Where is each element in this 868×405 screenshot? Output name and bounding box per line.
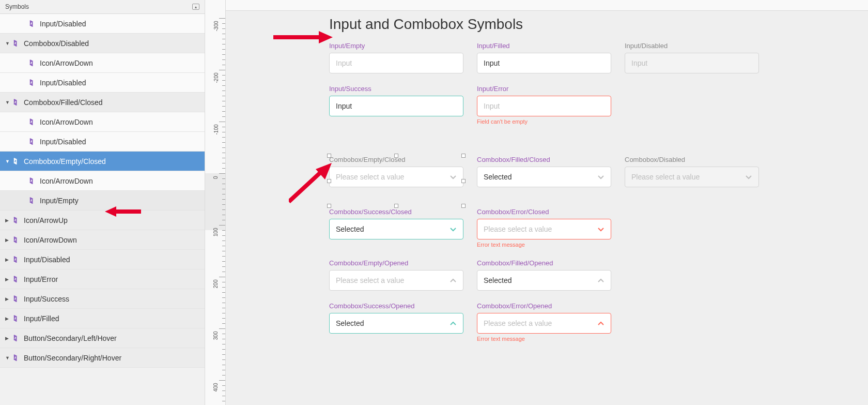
combobox-filled-closed[interactable]: Selected: [477, 167, 611, 187]
combobox-empty-opened[interactable]: Please select a value: [329, 270, 463, 291]
layer-row[interactable]: ▼Combobox/Empty/Closed: [0, 152, 205, 171]
page-title: Input and Combobox Symbols: [329, 16, 868, 33]
symbol-label: Combobox/Filled/Opened: [477, 259, 611, 267]
symbol-icon: [28, 79, 40, 86]
combobox-empty-closed[interactable]: Please select a value: [329, 167, 463, 187]
ruler-tick-label: 100: [213, 228, 219, 237]
chevron-down-icon: [597, 173, 605, 181]
layer-label: Input/Filled: [24, 314, 59, 323]
ruler-tick-label: 400: [213, 383, 219, 392]
selection-handle[interactable]: [461, 179, 466, 183]
symbol-icon: [12, 354, 24, 362]
input-error[interactable]: Input: [477, 96, 611, 116]
selection-handle[interactable]: [461, 154, 466, 158]
symbol-label: Input/Success: [329, 85, 463, 93]
symbol-icon: [12, 275, 24, 283]
combobox-error-closed[interactable]: Please select a value: [477, 219, 611, 239]
layer-label: Icon/ArrowUp: [24, 216, 68, 224]
disclosure-caret-icon[interactable]: ▶: [5, 257, 12, 262]
layer-row[interactable]: ▶Input/Filled: [0, 309, 205, 328]
symbol-label: Input/Filled: [477, 42, 611, 50]
chevron-down-icon: [745, 173, 752, 181]
disclosure-caret-icon[interactable]: ▶: [5, 316, 12, 321]
disclosure-caret-icon[interactable]: ▼: [5, 100, 12, 105]
symbol-label: Combobox/Success/Opened: [329, 302, 463, 310]
error-text: Error text message: [477, 336, 611, 342]
symbol-icon: [12, 295, 24, 303]
symbol-label: Combobox/Empty/Opened: [329, 259, 463, 267]
combobox-error-opened[interactable]: Please select a value: [477, 313, 611, 334]
symbol-label: Combobox/Error/Opened: [477, 302, 611, 310]
layer-row[interactable]: Icon/ArrowDown: [0, 171, 205, 191]
combobox-filled-opened[interactable]: Selected: [477, 270, 611, 291]
layer-row[interactable]: Icon/ArrowDown: [0, 53, 205, 73]
layer-label: Icon/ArrowDown: [24, 236, 77, 244]
layer-label: Icon/ArrowDown: [40, 177, 93, 185]
symbol-icon: [12, 39, 24, 47]
symbol-icon: [28, 197, 40, 204]
symbol-label: Input/Disabled: [625, 42, 759, 50]
combobox-success-closed[interactable]: Selected: [329, 219, 463, 239]
layer-label: Button/Secondary/Left/Hover: [24, 334, 117, 342]
symbol-icon: [28, 20, 40, 27]
selection-handle[interactable]: [394, 204, 398, 208]
chevron-up-icon: [450, 277, 457, 284]
disclosure-caret-icon[interactable]: ▶: [5, 277, 12, 282]
layer-label: Combobox/Filled/Closed: [24, 98, 103, 107]
disclosure-caret-icon[interactable]: ▼: [5, 355, 12, 361]
selection-handle[interactable]: [394, 154, 398, 158]
layer-row[interactable]: ▶Icon/ArrowDown: [0, 230, 205, 250]
disclosure-caret-icon[interactable]: ▼: [5, 41, 12, 46]
combobox-disabled: Please select a value: [625, 167, 759, 187]
combobox-success-opened[interactable]: Selected: [329, 313, 463, 334]
symbol-icon: [28, 177, 40, 185]
horizontal-ruler: [226, 0, 868, 11]
layer-row[interactable]: ▶Icon/ArrowUp: [0, 211, 205, 230]
vertical-ruler: -300-200-1000100200300400: [205, 0, 226, 405]
symbol-icon: [12, 157, 24, 165]
disclosure-caret-icon[interactable]: ▶: [5, 237, 12, 243]
ruler-tick-label: 0: [213, 176, 219, 179]
disclosure-caret-icon[interactable]: ▶: [5, 218, 12, 223]
canvas[interactable]: Input and Combobox Symbols Input/Empty I…: [226, 0, 868, 405]
layer-row[interactable]: ▼Combobox/Disabled: [0, 34, 205, 53]
collapse-panel-icon[interactable]: [192, 4, 199, 10]
layer-row[interactable]: Icon/ArrowDown: [0, 112, 205, 132]
input-success[interactable]: Input: [329, 96, 463, 116]
input-disabled: Input: [625, 53, 759, 73]
layer-row[interactable]: ▼Button/Secondary/Right/Hover: [0, 348, 205, 368]
selection-handle[interactable]: [461, 204, 466, 208]
layer-row[interactable]: Input/Disabled: [0, 14, 205, 34]
layer-row[interactable]: ▶Input/Error: [0, 269, 205, 289]
layer-row[interactable]: Input/Disabled: [0, 73, 205, 93]
symbol-label: Combobox/Error/Closed: [477, 208, 611, 216]
layer-label: Input/Error: [24, 275, 58, 283]
selection-handle[interactable]: [327, 204, 331, 208]
layer-row[interactable]: ▼Combobox/Filled/Closed: [0, 93, 205, 112]
disclosure-caret-icon[interactable]: ▶: [5, 336, 12, 341]
layer-label: Button/Secondary/Right/Hover: [24, 354, 121, 362]
ruler-tick-label: 300: [213, 332, 219, 340]
ruler-tick-label: -300: [213, 21, 219, 32]
layer-row[interactable]: ▶Input/Success: [0, 289, 205, 309]
svg-marker-3: [319, 31, 333, 43]
symbol-icon: [12, 98, 24, 106]
symbol-label: Input/Error: [477, 85, 611, 93]
error-text: Field can't be empty: [477, 118, 611, 125]
selection-handle[interactable]: [327, 154, 331, 158]
layer-row[interactable]: Input/Empty: [0, 191, 205, 211]
symbol-icon: [12, 256, 24, 263]
input-empty[interactable]: Input: [329, 53, 463, 73]
input-filled[interactable]: Input: [477, 53, 611, 73]
ruler-tick-label: -100: [213, 125, 219, 135]
svg-line-4: [289, 171, 322, 202]
layer-row[interactable]: ▶Input/Disabled: [0, 250, 205, 269]
symbol-label: Combobox/Disabled: [625, 156, 759, 163]
symbol-icon: [28, 138, 40, 145]
disclosure-caret-icon[interactable]: ▼: [5, 159, 12, 164]
layer-row[interactable]: ▶Button/Secondary/Left/Hover: [0, 328, 205, 348]
disclosure-caret-icon[interactable]: ▶: [5, 296, 12, 302]
symbol-label: Input/Empty: [329, 42, 463, 50]
ruler-tick-label: -200: [213, 73, 219, 83]
layer-row[interactable]: Input/Disabled: [0, 132, 205, 152]
